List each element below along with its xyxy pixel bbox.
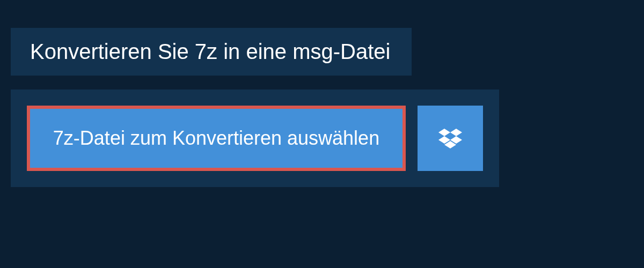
page-title: Konvertieren Sie 7z in eine msg-Datei [30, 40, 390, 64]
dropbox-button[interactable] [418, 106, 483, 171]
page-header: Konvertieren Sie 7z in eine msg-Datei [11, 28, 412, 76]
dropbox-icon [438, 126, 462, 150]
select-file-label: 7z-Datei zum Konvertieren auswählen [53, 127, 379, 150]
upload-panel: 7z-Datei zum Konvertieren auswählen [11, 90, 499, 187]
select-file-button[interactable]: 7z-Datei zum Konvertieren auswählen [27, 106, 406, 171]
